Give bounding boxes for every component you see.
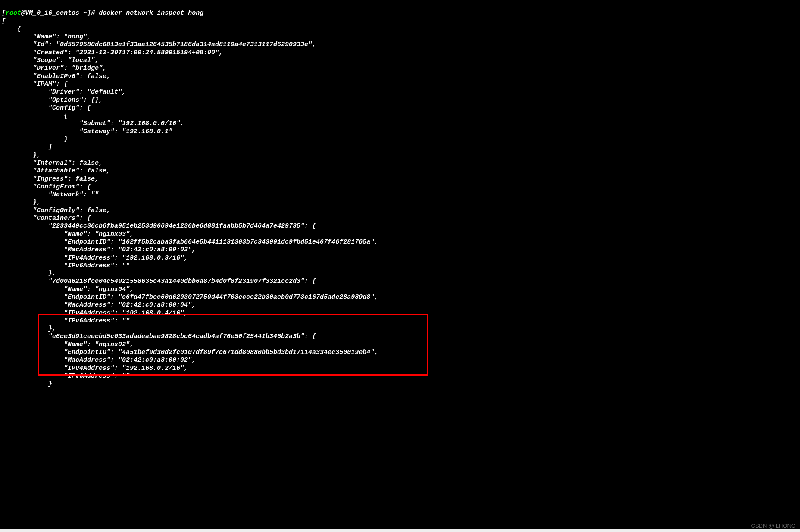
json-line: {	[2, 25, 21, 33]
json-c1-endpoint: "EndpointID": "162ff5b2caba3fab664e5b441…	[2, 238, 378, 246]
json-c1-close: },	[2, 270, 56, 277]
json-ipam-close: },	[2, 152, 41, 159]
highlight-annotation	[38, 314, 428, 376]
json-ipam-config-open: "Config": [	[2, 104, 91, 112]
json-configfrom-network: "Network": ""	[2, 191, 99, 198]
json-c1-ipv6: "IPv6Address": ""	[2, 262, 130, 269]
prompt-tilde: ~	[83, 9, 87, 17]
json-c2-name: "Name": "nginx04",	[2, 286, 134, 293]
json-name: "Name": "hong",	[2, 33, 91, 41]
json-ipam-subnet: "Subnet": "192.168.0.0/16",	[2, 120, 184, 127]
watermark-text: CSDN @ILHONG	[751, 523, 796, 529]
json-created: "Created": "2021-12-30T17:00:24.58991519…	[2, 49, 223, 56]
prompt-space	[79, 9, 83, 17]
json-ipam-options: "Options": {},	[2, 97, 103, 104]
prompt-user: root	[6, 9, 21, 17]
json-configonly: "ConfigOnly": false,	[2, 207, 110, 214]
json-ipam-driver: "Driver": "default",	[2, 88, 126, 96]
json-driver: "Driver": "bridge",	[2, 65, 106, 72]
json-c2-endpoint: "EndpointID": "c6fd47fbee60d6203072759d4…	[2, 294, 378, 301]
json-c3-close: }	[2, 380, 52, 388]
json-open-bracket: [	[2, 18, 6, 25]
json-c2-mac: "MacAddress": "02:42:c0:a8:00:04",	[2, 301, 196, 309]
json-ipam-gateway: "Gateway": "192.168.0.1"	[2, 128, 172, 135]
json-scope: "Scope": "local",	[2, 57, 99, 64]
json-attachable: "Attachable": false,	[2, 167, 110, 175]
json-ipam-config-item-close: }	[2, 136, 68, 143]
json-configfrom-open: "ConfigFrom": {	[2, 183, 91, 191]
prompt-open-bracket: [	[2, 9, 6, 17]
bottom-bar	[0, 529, 800, 532]
json-ipam-config-close: ]	[2, 144, 52, 151]
json-containers-open: "Containers": {	[2, 215, 91, 222]
json-c1-name: "Name": "nginx03",	[2, 231, 134, 238]
json-c1-id: "2233449cc36cb6fba951eb253d96694e1236be6…	[2, 222, 316, 230]
prompt-at: @	[21, 9, 25, 17]
json-enableipv6: "EnableIPv6": false,	[2, 73, 110, 80]
json-id: "Id": "0d5579580dc6813e1f33aa1264535b718…	[2, 41, 316, 48]
json-internal: "Internal": false,	[2, 160, 103, 167]
json-configfrom-close: },	[2, 199, 41, 206]
json-c1-mac: "MacAddress": "02:42:c0:a8:00:03",	[2, 246, 196, 253]
json-c2-id: "7d00a6218fce04c54921558635c43a1440dbb6a…	[2, 278, 316, 285]
prompt-line: [root@VM_0_16_centos ~]# docker network …	[2, 9, 203, 17]
json-ingress: "Ingress": false,	[2, 175, 99, 183]
json-c1-ipv4: "IPv4Address": "192.168.0.3/16",	[2, 254, 188, 262]
prompt-host: VM_0_16_centos	[25, 9, 79, 17]
json-ipam-open: "IPAM": {	[2, 81, 68, 88]
prompt-close-bracket: ]	[87, 9, 91, 17]
prompt-hash: #	[91, 9, 99, 17]
json-ipam-config-item-open: {	[2, 112, 68, 119]
command-text[interactable]: docker network inspect hong	[99, 9, 203, 17]
